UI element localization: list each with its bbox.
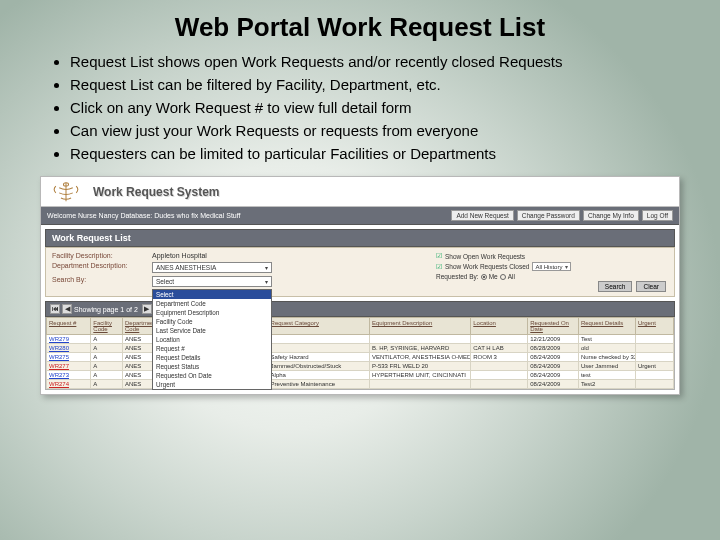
dropdown-item[interactable]: Facility Code xyxy=(153,317,271,326)
prev-page-button[interactable]: ◀ xyxy=(62,304,72,314)
request-link[interactable]: WR277 xyxy=(49,363,69,369)
cell-requested-on: 08/28/2009 xyxy=(528,344,579,353)
cell-category: Safety Hazard xyxy=(268,353,369,362)
department-select-value: ANES ANESTHESIA xyxy=(156,264,216,271)
cell-location: ROOM 3 xyxy=(471,353,528,362)
closed-range-select[interactable]: All History xyxy=(532,262,571,271)
cell-facility: A xyxy=(91,380,123,389)
caduceus-logo-icon xyxy=(49,181,83,203)
cell-equipment: B. HP, SYRINGE, HARVARD xyxy=(369,344,470,353)
cell-facility: A xyxy=(91,371,123,380)
bullet: Can view just your Work Requests or requ… xyxy=(70,120,680,141)
search-button[interactable]: Search xyxy=(598,281,633,292)
log-off-button[interactable]: Log Off xyxy=(642,210,673,221)
cell-category: Jammed/Obstructed/Stuck xyxy=(268,362,369,371)
search-by-select[interactable]: Select ▾ xyxy=(152,276,272,287)
cell-facility: A xyxy=(91,344,123,353)
app-screenshot: Work Request System Welcome Nurse Nancy … xyxy=(40,176,680,395)
cell-equipment xyxy=(369,380,470,389)
col-category[interactable]: Request Category xyxy=(268,318,369,335)
cell-details: test xyxy=(578,371,635,380)
search-by-label: Search By: xyxy=(52,276,152,283)
radio-me[interactable] xyxy=(481,274,487,280)
table-row: WR280AANESNewB. HP, SYRINGE, HARVARDCAT … xyxy=(47,344,674,353)
col-request-num[interactable]: Request # xyxy=(47,318,91,335)
cell-requested-on: 08/24/2009 xyxy=(528,362,579,371)
cell-urgent xyxy=(635,344,673,353)
table-row: WR277AANESAcceptedJammed/Obstructed/Stuc… xyxy=(47,362,674,371)
first-page-button[interactable]: ⏮ xyxy=(50,304,60,314)
dropdown-item[interactable]: Last Service Date xyxy=(153,326,271,335)
cell-details: old xyxy=(578,344,635,353)
cell-requested-on: 08/24/2009 xyxy=(528,371,579,380)
request-link[interactable]: WR279 xyxy=(49,336,69,342)
cell-urgent xyxy=(635,380,673,389)
col-requested-on[interactable]: Requested On Date xyxy=(528,318,579,335)
table-row: WR279AANESAccepted12/21/2009Test xyxy=(47,335,674,344)
welcome-bar: Welcome Nurse Nancy Database: Dudes who … xyxy=(41,207,679,225)
dropdown-item[interactable]: Request # xyxy=(153,344,271,353)
cell-requested-on: 12/21/2009 xyxy=(528,335,579,344)
cell-requested-on: 08/24/2009 xyxy=(528,380,579,389)
col-urgent[interactable]: Urgent xyxy=(635,318,673,335)
request-link[interactable]: WR273 xyxy=(49,372,69,378)
cell-details: Nurse checked by 322 xyxy=(578,353,635,362)
cell-facility: A xyxy=(91,353,123,362)
cell-equipment: HYPERTHERM UNIT, CINCINNATI xyxy=(369,371,470,380)
panel-title: Work Request List xyxy=(45,229,675,247)
cell-location xyxy=(471,362,528,371)
checkbox-checked-icon[interactable]: ☑ xyxy=(436,252,442,260)
dropdown-item[interactable]: Equipment Description xyxy=(153,308,271,317)
col-location[interactable]: Location xyxy=(471,318,528,335)
cell-category: Preventive Maintenance xyxy=(268,380,369,389)
dropdown-item[interactable]: Select xyxy=(153,290,271,299)
table-row: WR274AANESClosedPreventive Maintenance08… xyxy=(47,380,674,389)
cell-equipment: P-533 FRL WELD 20 xyxy=(369,362,470,371)
pager-bar: ⏮ ◀ Showing page 1 of 2 ▶ ⏭ xyxy=(45,301,675,317)
grid-header-row: Request # Facility Code Department Code … xyxy=(47,318,674,335)
request-link[interactable]: WR274 xyxy=(49,381,69,387)
dropdown-item[interactable]: Urgent xyxy=(153,380,271,389)
change-password-button[interactable]: Change Password xyxy=(517,210,580,221)
filter-panel: Facility Description: Appleton Hospital … xyxy=(45,247,675,297)
col-facility[interactable]: Facility Code xyxy=(91,318,123,335)
requested-by-label: Requested By: xyxy=(436,273,479,280)
add-new-request-button[interactable]: Add New Request xyxy=(451,210,513,221)
app-title: Work Request System xyxy=(93,185,220,199)
bullet: Requesters can be limited to particular … xyxy=(70,143,680,164)
dropdown-item[interactable]: Request Details xyxy=(153,353,271,362)
facility-label: Facility Description: xyxy=(52,252,152,259)
cell-location xyxy=(471,335,528,344)
cell-category xyxy=(268,335,369,344)
cell-details: Test2 xyxy=(578,380,635,389)
change-my-info-button[interactable]: Change My Info xyxy=(583,210,639,221)
table-row: WR275AANES08/27/2009Work in ProgressSafe… xyxy=(47,353,674,362)
chevron-down-icon: ▾ xyxy=(265,278,268,285)
dropdown-item[interactable]: Location xyxy=(153,335,271,344)
radio-all-label: All xyxy=(508,273,515,280)
dropdown-item[interactable]: Department Code xyxy=(153,299,271,308)
cell-urgent xyxy=(635,371,673,380)
request-link[interactable]: WR275 xyxy=(49,354,69,360)
search-by-value: Select xyxy=(156,278,174,285)
cell-location: CAT H LAB xyxy=(471,344,528,353)
col-details[interactable]: Request Details xyxy=(578,318,635,335)
show-open-label: Show Open Work Requests xyxy=(445,253,525,260)
cell-equipment: VENTILATOR, ANESTHESIA O-MEDA W587610 xyxy=(369,353,470,362)
col-equipment[interactable]: Equipment Description xyxy=(369,318,470,335)
dropdown-item[interactable]: Requested On Date xyxy=(153,371,271,380)
filter-right-panel: ☑ Show Open Work Requests ☑ Show Work Re… xyxy=(436,252,666,282)
show-closed-label: Show Work Requests Closed xyxy=(445,263,529,270)
bullet: Click on any Work Request # to view full… xyxy=(70,97,680,118)
clear-button[interactable]: Clear xyxy=(636,281,666,292)
next-page-button[interactable]: ▶ xyxy=(142,304,152,314)
bullet: Request List can be filtered by Facility… xyxy=(70,74,680,95)
radio-all[interactable] xyxy=(500,274,506,280)
bullet: Request List shows open Work Requests an… xyxy=(70,51,680,72)
request-grid: Request # Facility Code Department Code … xyxy=(45,317,675,390)
department-select[interactable]: ANES ANESTHESIA ▾ xyxy=(152,262,272,273)
cell-facility: A xyxy=(91,335,123,344)
checkbox-checked-icon[interactable]: ☑ xyxy=(436,263,442,271)
request-link[interactable]: WR280 xyxy=(49,345,69,351)
dropdown-item[interactable]: Request Status xyxy=(153,362,271,371)
